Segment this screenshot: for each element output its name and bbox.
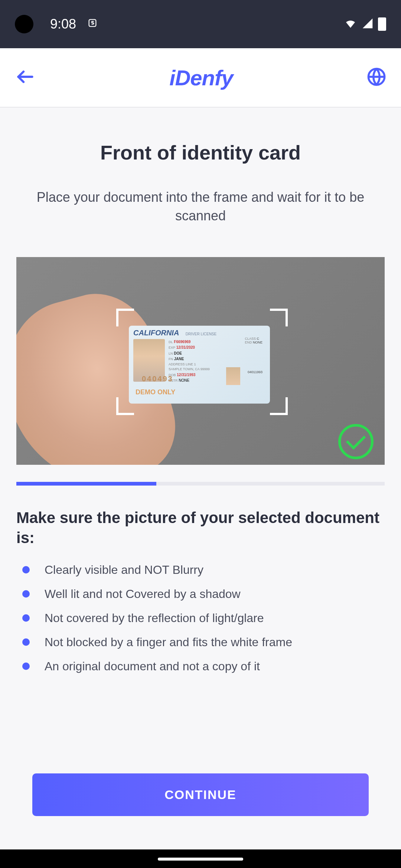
progress-fill <box>16 482 156 486</box>
page-subtitle: Place your document into the frame and w… <box>0 188 401 226</box>
page-title: Front of identity card <box>0 141 401 164</box>
bullet-icon <box>22 566 30 573</box>
continue-button[interactable]: CONTINUE <box>32 773 369 816</box>
id-control-num: 04011993 <box>248 370 263 374</box>
signal-icon <box>362 17 374 31</box>
status-bar: 9:08 <box>0 0 401 48</box>
frame-corner <box>270 309 288 326</box>
id-demo-label: DEMO ONLY <box>136 388 175 396</box>
checklist-item: Well lit and not Covered by a shadow <box>22 587 385 601</box>
checklist-item: Not blocked by a finger and fits the whi… <box>22 635 385 649</box>
id-state: CALIFORNIA <box>133 329 179 337</box>
frame-corner <box>116 309 134 326</box>
sample-id-card: CALIFORNIA DRIVER LICENSE CLASS C END NO… <box>129 326 270 404</box>
status-bar-left: 9:08 <box>15 15 98 33</box>
success-check-icon <box>338 424 374 459</box>
id-small-photo <box>226 367 240 385</box>
status-bar-right <box>344 17 386 32</box>
checklist-item: Clearly visible and NOT Blurry <box>22 563 385 577</box>
id-doc-type: DRIVER LICENSE <box>186 332 216 336</box>
battery-icon <box>378 17 386 31</box>
language-button[interactable] <box>367 67 386 88</box>
progress-bar <box>16 482 385 486</box>
bullet-icon <box>22 614 30 622</box>
id-class: CLASS C END NONE <box>245 337 263 344</box>
status-time: 9:08 <box>50 16 76 32</box>
app-content: iDenfy Front of identity card Place your… <box>0 48 401 849</box>
bullet-icon <box>22 662 30 670</box>
bullet-icon <box>22 638 30 646</box>
checklist: Clearly visible and NOT Blurry Well lit … <box>22 563 385 684</box>
checklist-item: An original document and not a copy of i… <box>22 660 385 673</box>
frame-corner <box>270 397 288 415</box>
scan-frame: CALIFORNIA DRIVER LICENSE CLASS C END NO… <box>118 311 286 413</box>
checklist-item: Not covered by the reflection of light/g… <box>22 611 385 625</box>
app-indicator-icon <box>87 18 98 31</box>
navigation-bar-handle[interactable] <box>158 858 243 861</box>
app-logo: iDenfy <box>169 65 233 90</box>
checklist-title: Make sure the picture of your selected d… <box>16 508 385 548</box>
camera-cutout <box>15 15 33 33</box>
id-fields: DL F6696969 EXP 12/31/2020 LN DOE FN JAN… <box>169 339 265 384</box>
app-header: iDenfy <box>0 48 401 108</box>
main-content: Front of identity card Place your docume… <box>0 108 401 849</box>
wifi-icon <box>344 17 357 32</box>
id-watermark: 040493 <box>142 375 173 383</box>
id-preview-image: CALIFORNIA DRIVER LICENSE CLASS C END NO… <box>16 257 385 465</box>
bullet-icon <box>22 590 30 598</box>
back-button[interactable] <box>15 66 36 89</box>
